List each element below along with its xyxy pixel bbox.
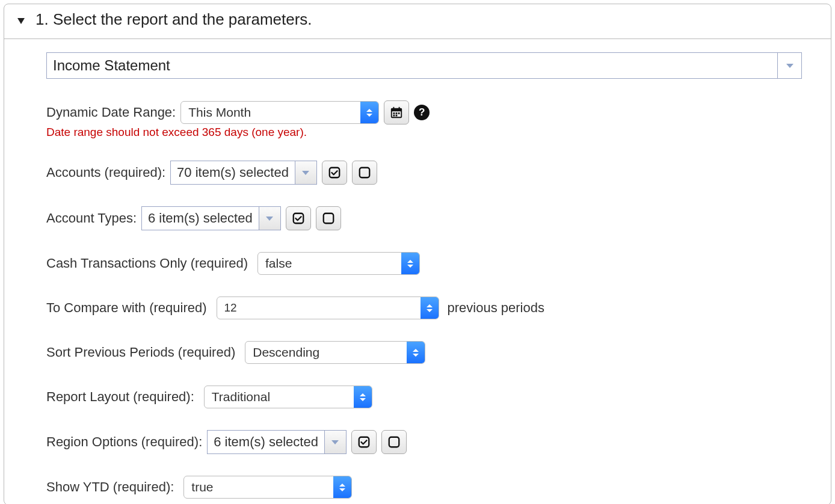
svg-rect-10 <box>360 168 370 178</box>
account-types-multiselect[interactable]: 6 item(s) selected <box>141 206 281 230</box>
accounts-row: Accounts (required): 70 item(s) selected <box>46 161 802 185</box>
region-label: Region Options (required): <box>46 434 202 450</box>
svg-rect-4 <box>393 112 395 114</box>
select-stepper-icon <box>360 102 378 123</box>
region-clear-all-button[interactable] <box>381 430 407 454</box>
empty-square-icon <box>358 166 371 179</box>
date-range-warning: Date range should not exceed 365 days (o… <box>46 126 802 139</box>
sort-select[interactable]: Descending <box>245 341 425 364</box>
layout-select[interactable]: Traditional <box>204 386 372 408</box>
svg-rect-11 <box>293 214 303 224</box>
date-range-select[interactable]: This Month <box>180 101 379 124</box>
svg-rect-2 <box>393 107 395 110</box>
layout-label: Report Layout (required): <box>46 389 194 405</box>
account-types-row: Account Types: 6 item(s) selected <box>46 206 802 230</box>
svg-rect-8 <box>396 115 398 117</box>
cash-only-row: Cash Transactions Only (required) false <box>46 252 802 275</box>
empty-square-icon <box>387 435 401 449</box>
accounts-clear-all-button[interactable] <box>352 161 377 185</box>
help-icon[interactable]: ? <box>414 105 430 120</box>
layout-row: Report Layout (required): Traditional <box>46 386 802 408</box>
date-range-value: This Month <box>181 102 360 123</box>
report-select-value: Income Statement <box>47 53 777 78</box>
ytd-label: Show YTD (required): <box>46 479 174 495</box>
region-value: 6 item(s) selected <box>208 431 324 453</box>
date-range-row: Dynamic Date Range: This Month <box>46 100 802 124</box>
ytd-value: true <box>184 476 333 498</box>
svg-rect-13 <box>359 437 369 447</box>
accounts-dropdown-button[interactable] <box>295 161 316 184</box>
compare-select[interactable]: 12 <box>217 297 439 319</box>
panel-body: Income Statement Dynamic Date Range: Thi… <box>4 39 831 504</box>
chevron-down-icon <box>786 64 793 68</box>
layout-value: Traditional <box>205 386 354 408</box>
panel-header[interactable]: 1. Select the report and the parameters. <box>4 4 831 39</box>
ytd-row: Show YTD (required): true <box>46 476 802 499</box>
select-stepper-icon <box>354 386 372 408</box>
chevron-down-icon <box>266 217 273 221</box>
account-types-select-all-button[interactable] <box>286 206 311 230</box>
accounts-label: Accounts (required): <box>46 165 165 180</box>
region-select-all-button[interactable] <box>351 430 377 454</box>
select-stepper-icon <box>333 476 351 498</box>
compare-value: 12 <box>217 297 421 319</box>
check-square-icon <box>328 166 341 179</box>
region-row: Region Options (required): 6 item(s) sel… <box>46 430 802 454</box>
check-square-icon <box>357 435 371 449</box>
date-range-label: Dynamic Date Range: <box>46 105 176 120</box>
empty-square-icon <box>322 212 335 225</box>
accounts-multiselect[interactable]: 70 item(s) selected <box>170 161 317 185</box>
sort-row: Sort Previous Periods (required) Descend… <box>46 341 802 364</box>
account-types-label: Account Types: <box>46 211 137 226</box>
cash-only-select[interactable]: false <box>257 252 420 275</box>
sort-value: Descending <box>245 342 407 363</box>
account-types-dropdown-button[interactable] <box>259 207 280 230</box>
accounts-value: 70 item(s) selected <box>171 161 295 184</box>
report-parameters-panel: 1. Select the report and the parameters.… <box>4 4 831 504</box>
check-square-icon <box>292 212 305 225</box>
svg-rect-5 <box>396 112 398 114</box>
svg-rect-3 <box>399 107 400 110</box>
sort-label: Sort Previous Periods (required) <box>46 345 235 360</box>
region-multiselect[interactable]: 6 item(s) selected <box>207 430 347 454</box>
ytd-select[interactable]: true <box>183 476 352 499</box>
svg-rect-12 <box>323 214 333 224</box>
chevron-down-icon <box>331 440 339 444</box>
cash-only-value: false <box>258 253 401 274</box>
select-stepper-icon <box>421 297 439 319</box>
select-stepper-icon <box>407 342 425 363</box>
compare-row: To Compare with (required) 12 previous p… <box>46 297 802 319</box>
compare-label: To Compare with (required) <box>46 300 207 316</box>
calendar-icon <box>390 106 403 119</box>
account-types-clear-all-button[interactable] <box>316 206 341 230</box>
report-select[interactable]: Income Statement <box>46 52 802 79</box>
compare-suffix: previous periods <box>448 300 544 316</box>
chevron-down-icon <box>302 171 309 175</box>
svg-rect-7 <box>393 115 395 117</box>
calendar-button[interactable] <box>384 100 409 124</box>
accounts-select-all-button[interactable] <box>322 161 347 185</box>
svg-rect-1 <box>392 109 402 112</box>
report-select-dropdown-button[interactable] <box>777 53 801 78</box>
region-dropdown-button[interactable] <box>324 431 346 453</box>
disclosure-triangle-icon <box>17 18 25 24</box>
cash-only-label: Cash Transactions Only (required) <box>46 256 248 271</box>
select-stepper-icon <box>401 253 419 274</box>
account-types-value: 6 item(s) selected <box>142 207 259 230</box>
svg-rect-6 <box>398 112 400 114</box>
svg-rect-14 <box>389 437 399 447</box>
svg-rect-9 <box>330 168 340 178</box>
panel-title: 1. Select the report and the parameters. <box>35 10 312 29</box>
